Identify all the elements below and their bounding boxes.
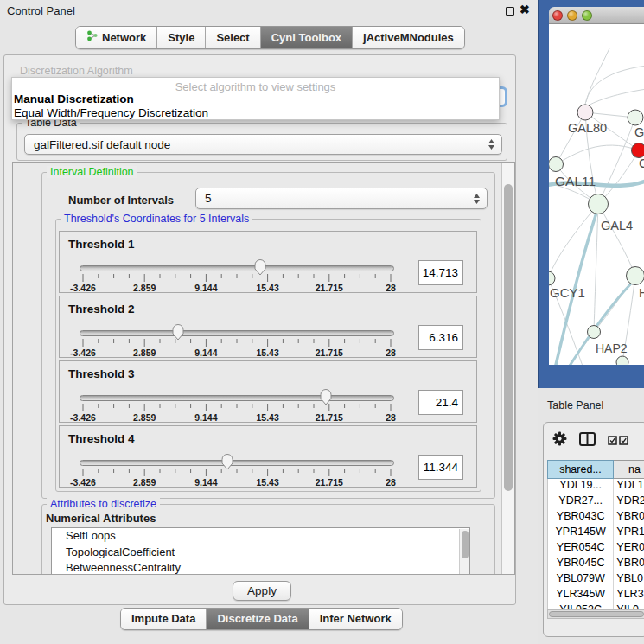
threshold-slider-thumb[interactable]	[171, 323, 185, 341]
numerical-attributes-list[interactable]: SelfLoopsTopologicalCoefficientBetweenne…	[51, 527, 470, 575]
number-of-intervals-combo[interactable]: 5	[195, 188, 488, 209]
cell-name[interactable]: YDR2	[614, 494, 644, 510]
threshold-slider-track[interactable]	[80, 395, 394, 401]
float-window-icon[interactable]	[506, 7, 514, 16]
panel-scrollbar[interactable]	[501, 163, 514, 574]
checkbox-icon[interactable]	[619, 433, 628, 449]
network-node[interactable]	[549, 157, 564, 172]
minimize-traffic-light[interactable]	[567, 10, 577, 21]
table-rows: YDL19...YDL1YDR27...YDR2YBR043CYBR0YPR14…	[547, 479, 644, 609]
svg-text:21.715: 21.715	[316, 477, 343, 488]
network-node[interactable]	[549, 271, 555, 285]
column-header-name[interactable]: na	[614, 460, 644, 479]
threshold-value-field[interactable]: 21.4	[418, 390, 463, 415]
table-row[interactable]: YLR345WYLR3	[548, 588, 644, 603]
network-node[interactable]	[632, 143, 644, 158]
table-row[interactable]: YBR043CYBR0	[548, 510, 644, 526]
cell-name[interactable]: YIL0	[614, 603, 644, 609]
network-node[interactable]	[628, 110, 643, 125]
network-node[interactable]	[589, 194, 609, 214]
threshold-slider-track[interactable]	[80, 265, 394, 271]
tab-network[interactable]: Network	[76, 27, 157, 48]
network-node[interactable]	[627, 267, 644, 285]
cell-name[interactable]: YLR3	[614, 588, 644, 603]
attribute-item[interactable]: TopologicalCoefficient	[52, 545, 469, 561]
table-row[interactable]: YDL19...YDL1	[548, 479, 644, 494]
threshold-value-field[interactable]: 6.316	[418, 325, 463, 350]
network-window: GAL80GACGAL11GAL4GCY1HHAP2	[549, 7, 644, 365]
threshold-panel: Threshold 4-3.4262.8599.14415.4321.71528…	[59, 425, 477, 488]
table-data-combo[interactable]: galFiltered.sif default node	[24, 134, 502, 155]
attributes-scroll-thumb[interactable]	[462, 531, 469, 558]
cell-shared-name[interactable]: YBR043C	[548, 510, 614, 526]
table-hscrollbar[interactable]	[547, 609, 644, 619]
numerical-attributes-label: Numerical Attributes	[46, 512, 156, 525]
tab-infer-network[interactable]: Infer Network	[309, 609, 402, 629]
table-row[interactable]: YPR145WYPR1	[548, 526, 644, 541]
threshold-slider-thumb[interactable]	[253, 258, 267, 276]
cell-name[interactable]: YER0	[614, 541, 644, 557]
threshold-slider-track[interactable]	[80, 460, 394, 466]
svg-text:2.859: 2.859	[133, 348, 156, 358]
tab-discretize-data[interactable]: Discretize Data	[207, 609, 309, 629]
tab-jactivemnodules[interactable]: jActiveMNodules	[353, 27, 464, 48]
table-row[interactable]: YIL052CYIL0	[548, 603, 644, 609]
cell-name[interactable]: YBR0	[614, 557, 644, 572]
zoom-traffic-light[interactable]	[582, 10, 592, 21]
network-canvas[interactable]: GAL80GACGAL11GAL4GCY1HHAP2	[549, 24, 644, 365]
network-node-label: GA	[634, 125, 644, 139]
apply-button[interactable]: Apply	[233, 581, 291, 601]
dropdown-option-manual[interactable]: Manual Discretization	[14, 92, 134, 105]
cell-name[interactable]: YDL1	[614, 479, 644, 494]
cell-name[interactable]: YPR1	[614, 526, 644, 541]
cell-shared-name[interactable]: YDL19...	[548, 479, 614, 494]
interval-definition-title: Interval Definition	[47, 166, 137, 178]
threshold-slider-track[interactable]	[80, 330, 394, 336]
cell-shared-name[interactable]: YLR345W	[548, 588, 614, 603]
gear-icon[interactable]	[552, 431, 567, 450]
attribute-item[interactable]: SelfLoops	[52, 528, 469, 545]
tab-cyni-toolbox[interactable]: Cyni Toolbox	[261, 27, 353, 48]
checkbox-icon[interactable]	[608, 433, 617, 449]
threshold-slider-thumb[interactable]	[319, 388, 333, 405]
table-row[interactable]: YDR27...YDR2	[548, 494, 644, 510]
column-header-shared-name[interactable]: shared...	[547, 460, 614, 479]
table-row[interactable]: YBL079WYBL0	[548, 572, 644, 588]
tab-style[interactable]: Style	[157, 27, 206, 48]
close-icon[interactable]: ✖	[520, 3, 530, 16]
cell-shared-name[interactable]: YPR145W	[548, 526, 614, 541]
panel-scroll-thumb[interactable]	[504, 184, 513, 491]
close-traffic-light[interactable]	[552, 10, 563, 21]
cell-shared-name[interactable]: YBR045C	[548, 557, 614, 572]
threshold-value-field[interactable]: 11.344	[418, 455, 463, 480]
cell-name[interactable]: YBL0	[614, 572, 644, 588]
attributes-group-title: Attributes to discretize	[47, 498, 160, 510]
cell-shared-name[interactable]: YDR27...	[548, 494, 614, 510]
network-window-titlebar[interactable]	[549, 7, 644, 24]
svg-text:28: 28	[386, 348, 396, 358]
threshold-slider-thumb[interactable]	[220, 453, 234, 470]
threshold-value-field[interactable]: 14.713	[418, 260, 463, 285]
tab-select[interactable]: Select	[206, 27, 260, 48]
table-row[interactable]: YER054CYER0	[548, 541, 644, 557]
dropdown-option-equal-width[interactable]: Equal Width/Frequency Discretization	[14, 106, 208, 119]
cell-shared-name[interactable]: YER054C	[548, 541, 614, 557]
cell-shared-name[interactable]: YBL079W	[548, 572, 614, 588]
network-node[interactable]	[588, 326, 601, 339]
network-node-label: H	[639, 286, 644, 300]
table-hscroll-thumb[interactable]	[549, 611, 644, 617]
network-view-frame: GAL80GACGAL11GAL4GCY1HHAP2	[538, 0, 644, 388]
cell-name[interactable]: YBR0	[614, 510, 644, 526]
table-row[interactable]: YBR045CYBR0	[548, 557, 644, 572]
svg-text:-3.426: -3.426	[70, 477, 96, 488]
split-columns-icon[interactable]	[579, 432, 596, 450]
number-of-intervals-label: Number of Intervals	[68, 194, 174, 207]
network-node[interactable]	[577, 105, 593, 120]
tab-label: Style	[168, 31, 194, 44]
tab-impute-data[interactable]: Impute Data	[121, 609, 207, 629]
network-node[interactable]	[616, 356, 628, 365]
attribute-item[interactable]: BetweennessCentrality	[52, 560, 469, 575]
cell-shared-name[interactable]: YIL052C	[548, 603, 614, 609]
attributes-scrollbar[interactable]	[459, 529, 469, 575]
top-tab-bar: NetworkStyleSelectCyni ToolboxjActiveMNo…	[75, 26, 465, 49]
